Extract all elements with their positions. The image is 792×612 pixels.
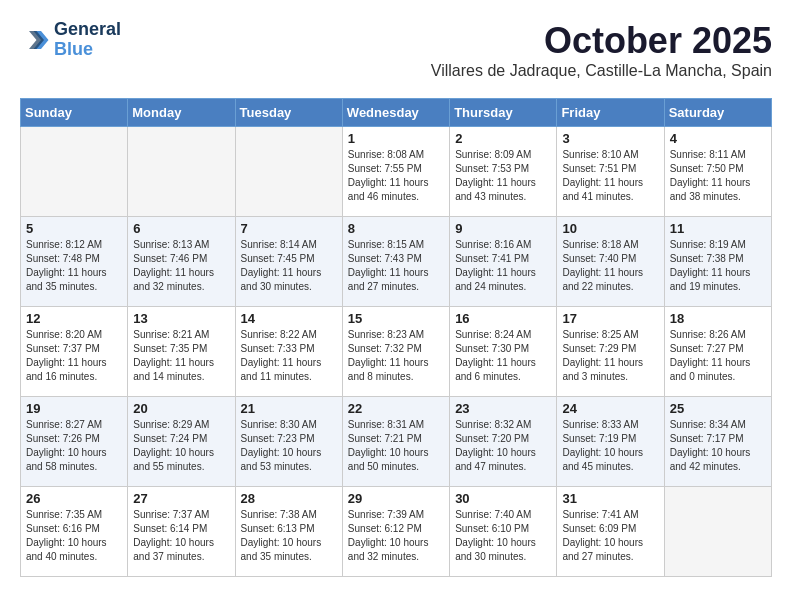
day-info: Sunrise: 8:25 AMSunset: 7:29 PMDaylight:… — [562, 329, 643, 382]
calendar-cell: 6 Sunrise: 8:13 AMSunset: 7:46 PMDayligh… — [128, 217, 235, 307]
calendar-cell: 30 Sunrise: 7:40 AMSunset: 6:10 PMDaylig… — [450, 487, 557, 577]
day-info: Sunrise: 7:40 AMSunset: 6:10 PMDaylight:… — [455, 509, 536, 562]
day-info: Sunrise: 7:41 AMSunset: 6:09 PMDaylight:… — [562, 509, 643, 562]
day-number: 1 — [348, 131, 444, 146]
day-number: 24 — [562, 401, 658, 416]
day-number: 17 — [562, 311, 658, 326]
calendar-cell: 15 Sunrise: 8:23 AMSunset: 7:32 PMDaylig… — [342, 307, 449, 397]
day-number: 8 — [348, 221, 444, 236]
calendar-cell: 31 Sunrise: 7:41 AMSunset: 6:09 PMDaylig… — [557, 487, 664, 577]
weekday-header-thursday: Thursday — [450, 99, 557, 127]
day-info: Sunrise: 8:19 AMSunset: 7:38 PMDaylight:… — [670, 239, 751, 292]
day-info: Sunrise: 8:33 AMSunset: 7:19 PMDaylight:… — [562, 419, 643, 472]
day-info: Sunrise: 8:22 AMSunset: 7:33 PMDaylight:… — [241, 329, 322, 382]
day-info: Sunrise: 8:30 AMSunset: 7:23 PMDaylight:… — [241, 419, 322, 472]
calendar-cell: 8 Sunrise: 8:15 AMSunset: 7:43 PMDayligh… — [342, 217, 449, 307]
logo-line2: Blue — [54, 40, 121, 60]
day-number: 16 — [455, 311, 551, 326]
day-number: 25 — [670, 401, 766, 416]
calendar-cell: 25 Sunrise: 8:34 AMSunset: 7:17 PMDaylig… — [664, 397, 771, 487]
weekday-header-tuesday: Tuesday — [235, 99, 342, 127]
day-number: 4 — [670, 131, 766, 146]
calendar-cell: 23 Sunrise: 8:32 AMSunset: 7:20 PMDaylig… — [450, 397, 557, 487]
calendar-cell — [128, 127, 235, 217]
calendar-cell: 3 Sunrise: 8:10 AMSunset: 7:51 PMDayligh… — [557, 127, 664, 217]
day-number: 5 — [26, 221, 122, 236]
day-number: 7 — [241, 221, 337, 236]
weekday-header-row: SundayMondayTuesdayWednesdayThursdayFrid… — [21, 99, 772, 127]
calendar-cell: 4 Sunrise: 8:11 AMSunset: 7:50 PMDayligh… — [664, 127, 771, 217]
day-info: Sunrise: 8:10 AMSunset: 7:51 PMDaylight:… — [562, 149, 643, 202]
weekday-header-wednesday: Wednesday — [342, 99, 449, 127]
day-info: Sunrise: 8:16 AMSunset: 7:41 PMDaylight:… — [455, 239, 536, 292]
day-info: Sunrise: 8:08 AMSunset: 7:55 PMDaylight:… — [348, 149, 429, 202]
calendar-cell: 19 Sunrise: 8:27 AMSunset: 7:26 PMDaylig… — [21, 397, 128, 487]
weekday-header-saturday: Saturday — [664, 99, 771, 127]
calendar-cell: 27 Sunrise: 7:37 AMSunset: 6:14 PMDaylig… — [128, 487, 235, 577]
calendar-cell: 26 Sunrise: 7:35 AMSunset: 6:16 PMDaylig… — [21, 487, 128, 577]
day-number: 26 — [26, 491, 122, 506]
day-number: 22 — [348, 401, 444, 416]
day-info: Sunrise: 8:24 AMSunset: 7:30 PMDaylight:… — [455, 329, 536, 382]
day-number: 30 — [455, 491, 551, 506]
logo-text: General Blue — [54, 20, 121, 60]
day-info: Sunrise: 8:20 AMSunset: 7:37 PMDaylight:… — [26, 329, 107, 382]
day-info: Sunrise: 7:39 AMSunset: 6:12 PMDaylight:… — [348, 509, 429, 562]
day-number: 6 — [133, 221, 229, 236]
day-number: 21 — [241, 401, 337, 416]
day-info: Sunrise: 8:32 AMSunset: 7:20 PMDaylight:… — [455, 419, 536, 472]
calendar-cell: 5 Sunrise: 8:12 AMSunset: 7:48 PMDayligh… — [21, 217, 128, 307]
location-title: Villares de Jadraque, Castille-La Mancha… — [431, 62, 772, 80]
day-number: 20 — [133, 401, 229, 416]
calendar-cell: 16 Sunrise: 8:24 AMSunset: 7:30 PMDaylig… — [450, 307, 557, 397]
calendar-cell: 12 Sunrise: 8:20 AMSunset: 7:37 PMDaylig… — [21, 307, 128, 397]
calendar-cell: 9 Sunrise: 8:16 AMSunset: 7:41 PMDayligh… — [450, 217, 557, 307]
top-bar: General Blue October 2025 Villares de Ja… — [20, 20, 772, 90]
calendar-cell: 1 Sunrise: 8:08 AMSunset: 7:55 PMDayligh… — [342, 127, 449, 217]
calendar-cell: 22 Sunrise: 8:31 AMSunset: 7:21 PMDaylig… — [342, 397, 449, 487]
day-info: Sunrise: 8:09 AMSunset: 7:53 PMDaylight:… — [455, 149, 536, 202]
logo-line1: General — [54, 20, 121, 40]
calendar-cell: 2 Sunrise: 8:09 AMSunset: 7:53 PMDayligh… — [450, 127, 557, 217]
week-row-4: 19 Sunrise: 8:27 AMSunset: 7:26 PMDaylig… — [21, 397, 772, 487]
day-info: Sunrise: 8:21 AMSunset: 7:35 PMDaylight:… — [133, 329, 214, 382]
week-row-1: 1 Sunrise: 8:08 AMSunset: 7:55 PMDayligh… — [21, 127, 772, 217]
day-number: 13 — [133, 311, 229, 326]
calendar-cell: 7 Sunrise: 8:14 AMSunset: 7:45 PMDayligh… — [235, 217, 342, 307]
day-info: Sunrise: 7:37 AMSunset: 6:14 PMDaylight:… — [133, 509, 214, 562]
calendar-cell: 17 Sunrise: 8:25 AMSunset: 7:29 PMDaylig… — [557, 307, 664, 397]
calendar-cell — [664, 487, 771, 577]
calendar-cell: 10 Sunrise: 8:18 AMSunset: 7:40 PMDaylig… — [557, 217, 664, 307]
calendar-cell: 28 Sunrise: 7:38 AMSunset: 6:13 PMDaylig… — [235, 487, 342, 577]
day-info: Sunrise: 8:13 AMSunset: 7:46 PMDaylight:… — [133, 239, 214, 292]
day-number: 3 — [562, 131, 658, 146]
day-number: 23 — [455, 401, 551, 416]
day-info: Sunrise: 8:26 AMSunset: 7:27 PMDaylight:… — [670, 329, 751, 382]
day-info: Sunrise: 8:14 AMSunset: 7:45 PMDaylight:… — [241, 239, 322, 292]
day-info: Sunrise: 7:38 AMSunset: 6:13 PMDaylight:… — [241, 509, 322, 562]
day-number: 18 — [670, 311, 766, 326]
calendar-cell: 21 Sunrise: 8:30 AMSunset: 7:23 PMDaylig… — [235, 397, 342, 487]
day-info: Sunrise: 8:15 AMSunset: 7:43 PMDaylight:… — [348, 239, 429, 292]
calendar-cell — [21, 127, 128, 217]
day-number: 28 — [241, 491, 337, 506]
weekday-header-sunday: Sunday — [21, 99, 128, 127]
calendar-cell: 13 Sunrise: 8:21 AMSunset: 7:35 PMDaylig… — [128, 307, 235, 397]
title-section: October 2025 Villares de Jadraque, Casti… — [431, 20, 772, 90]
day-number: 9 — [455, 221, 551, 236]
day-number: 31 — [562, 491, 658, 506]
calendar-cell: 11 Sunrise: 8:19 AMSunset: 7:38 PMDaylig… — [664, 217, 771, 307]
day-info: Sunrise: 8:23 AMSunset: 7:32 PMDaylight:… — [348, 329, 429, 382]
day-info: Sunrise: 8:12 AMSunset: 7:48 PMDaylight:… — [26, 239, 107, 292]
calendar-cell — [235, 127, 342, 217]
day-info: Sunrise: 8:27 AMSunset: 7:26 PMDaylight:… — [26, 419, 107, 472]
day-info: Sunrise: 8:34 AMSunset: 7:17 PMDaylight:… — [670, 419, 751, 472]
calendar-cell: 29 Sunrise: 7:39 AMSunset: 6:12 PMDaylig… — [342, 487, 449, 577]
weekday-header-friday: Friday — [557, 99, 664, 127]
day-number: 11 — [670, 221, 766, 236]
day-info: Sunrise: 8:29 AMSunset: 7:24 PMDaylight:… — [133, 419, 214, 472]
day-number: 15 — [348, 311, 444, 326]
day-number: 12 — [26, 311, 122, 326]
calendar-cell: 20 Sunrise: 8:29 AMSunset: 7:24 PMDaylig… — [128, 397, 235, 487]
logo: General Blue — [20, 20, 121, 60]
